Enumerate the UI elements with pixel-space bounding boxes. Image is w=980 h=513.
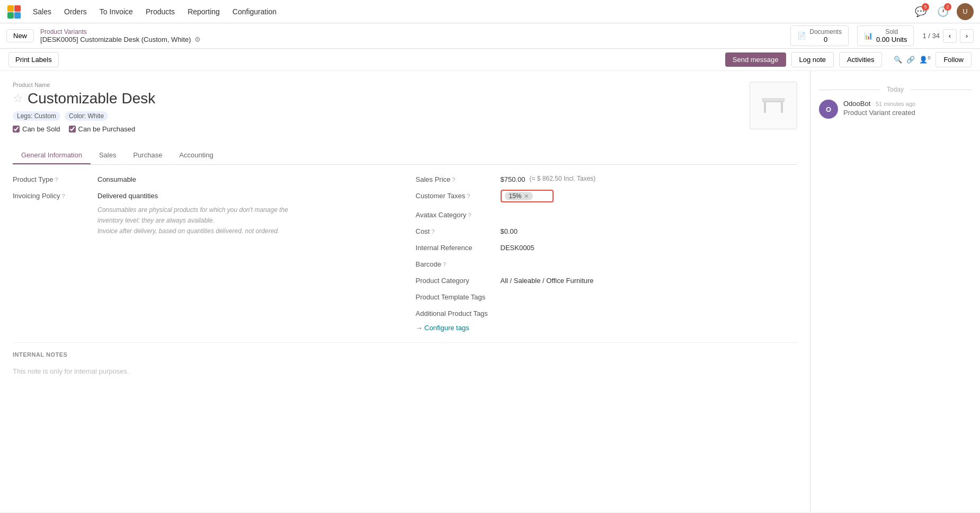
sales-price-help[interactable]: ? bbox=[452, 176, 455, 183]
breadcrumb-record-name: [DESK0005] Customizable Desk (Custom, Wh… bbox=[40, 36, 191, 43]
breadcrumb-bottom: [DESK0005] Customizable Desk (Custom, Wh… bbox=[40, 36, 201, 43]
messages-icon-btn[interactable]: 💬 5 bbox=[912, 3, 929, 20]
can-be-sold-checkbox[interactable]: Can be Sold bbox=[13, 125, 60, 133]
activities-badge: 2 bbox=[944, 3, 951, 11]
barcode-help[interactable]: ? bbox=[443, 261, 446, 268]
chat-message-content: OdooBot 51 minutes ago Product Variant c… bbox=[843, 100, 972, 119]
svg-rect-3 bbox=[14, 12, 21, 19]
internal-reference-field: Internal Reference DESK0005 bbox=[416, 242, 798, 252]
internal-reference-label: Internal Reference bbox=[416, 242, 501, 252]
svg-rect-7 bbox=[762, 98, 785, 101]
log-note-button[interactable]: Log note bbox=[791, 52, 834, 67]
form-tabs: General Information Sales Purchase Accou… bbox=[13, 147, 797, 165]
product-type-help[interactable]: ? bbox=[55, 176, 58, 183]
product-category-value[interactable]: All / Saleable / Office Furniture bbox=[501, 275, 594, 285]
tax-tag-close[interactable]: ✕ bbox=[524, 193, 529, 200]
tab-sales[interactable]: Sales bbox=[91, 147, 125, 164]
invoicing-policy-help[interactable]: ? bbox=[62, 193, 65, 199]
prev-button[interactable]: ‹ bbox=[943, 29, 957, 43]
tab-accounting[interactable]: Accounting bbox=[171, 147, 221, 164]
invoicing-policy-field: Invoicing Policy ? Delivered quantities bbox=[13, 190, 395, 200]
invoicing-policy-value[interactable]: Delivered quantities bbox=[97, 190, 158, 200]
pagination-text: 1 / 34 bbox=[922, 32, 940, 40]
consumable-note-3: Invoice after delivery, based on quantit… bbox=[97, 227, 395, 235]
additional-tags-field: Additional Product Tags bbox=[416, 307, 798, 317]
consumable-note-1: Consumables are physical products for wh… bbox=[97, 206, 395, 214]
app-logo[interactable] bbox=[6, 4, 21, 19]
breadcrumb-top[interactable]: Product Variants bbox=[40, 28, 201, 36]
tab-purchase[interactable]: Purchase bbox=[124, 147, 171, 164]
send-message-button[interactable]: Send message bbox=[725, 52, 786, 67]
product-image[interactable] bbox=[750, 82, 797, 129]
cost-value[interactable]: $0.00 bbox=[501, 225, 518, 235]
top-navigation: Sales Orders To Invoice Products Reporti… bbox=[0, 0, 980, 23]
search-icon[interactable]: 🔍 bbox=[894, 56, 902, 64]
favorite-star[interactable]: ☆ bbox=[13, 92, 23, 105]
chat-message: O OdooBot 51 minutes ago Product Variant… bbox=[819, 100, 972, 119]
sub-navigation: New Product Variants [DESK0005] Customiz… bbox=[0, 23, 980, 49]
chat-time: 51 minutes ago bbox=[876, 101, 915, 107]
invoicing-policy-label: Invoicing Policy ? bbox=[13, 190, 97, 200]
next-button[interactable]: › bbox=[960, 29, 974, 43]
cost-label: Cost ? bbox=[416, 225, 501, 235]
can-be-purchased-checkbox[interactable]: Can be Purchased bbox=[69, 125, 136, 133]
chat-text: Product Variant created bbox=[843, 109, 972, 117]
nav-configuration[interactable]: Configuration bbox=[227, 4, 282, 19]
sales-price-value[interactable]: $750.00 bbox=[501, 173, 525, 183]
nav-to-invoice[interactable]: To Invoice bbox=[94, 4, 138, 19]
cost-field: Cost ? $0.00 bbox=[416, 225, 798, 235]
internal-reference-value[interactable]: DESK0005 bbox=[501, 242, 534, 252]
tab-general-information[interactable]: General Information bbox=[13, 147, 91, 164]
activities-icon-btn[interactable]: 🕐 2 bbox=[934, 3, 951, 20]
action-bar: Print Labels Send message Log note Activ… bbox=[0, 49, 980, 71]
form-content: Product Type ? Consumable Invoicing Poli… bbox=[13, 173, 797, 332]
main-area: Product Name ☆ Customizable Desk Legs: C… bbox=[0, 71, 980, 512]
barcode-label: Barcode ? bbox=[416, 258, 501, 268]
cost-help[interactable]: ? bbox=[431, 228, 434, 235]
configure-tags-link[interactable]: → Configure tags bbox=[416, 324, 798, 332]
product-title-row: ☆ Customizable Desk bbox=[13, 90, 750, 107]
messages-badge: 5 bbox=[922, 3, 929, 11]
product-category-label: Product Category bbox=[416, 275, 501, 285]
customer-taxes-field: Customer Taxes ? 15% ✕ bbox=[416, 190, 798, 202]
nav-products[interactable]: Products bbox=[140, 4, 180, 19]
svg-rect-1 bbox=[14, 5, 21, 12]
product-name-section: Product Name ☆ Customizable Desk Legs: C… bbox=[13, 82, 750, 141]
product-name-label: Product Name bbox=[13, 82, 750, 88]
link-icon[interactable]: 🔗 bbox=[906, 56, 915, 64]
nav-orders[interactable]: Orders bbox=[59, 4, 92, 19]
sales-price-label: Sales Price ? bbox=[416, 173, 501, 183]
variant-tags: Legs: Custom Color: White bbox=[13, 111, 750, 121]
document-icon: 📄 bbox=[797, 32, 806, 40]
sold-chart-icon: 📊 bbox=[864, 32, 873, 40]
gear-icon[interactable]: ⚙ bbox=[194, 36, 201, 43]
documents-count: 0 bbox=[809, 36, 842, 43]
chat-message-header: OdooBot 51 minutes ago bbox=[843, 100, 972, 108]
legs-tag: Legs: Custom bbox=[13, 111, 60, 121]
nav-reporting[interactable]: Reporting bbox=[182, 4, 225, 19]
follow-button[interactable]: Follow bbox=[936, 52, 972, 67]
odoobot-avatar: O bbox=[819, 100, 838, 119]
user-icon[interactable]: 👤0 bbox=[919, 55, 930, 64]
sold-label: Sold bbox=[876, 28, 907, 36]
documents-button[interactable]: 📄 Documents 0 bbox=[790, 25, 849, 46]
new-button[interactable]: New bbox=[6, 29, 34, 42]
sales-price-field: Sales Price ? $750.00 (= $ 862.50 Incl. … bbox=[416, 173, 798, 183]
user-avatar[interactable]: U bbox=[957, 3, 974, 20]
tax-tag-15: 15% ✕ bbox=[505, 192, 533, 200]
avatax-category-label: Avatax Category ? bbox=[416, 209, 501, 219]
customer-taxes-input[interactable]: 15% ✕ bbox=[501, 190, 554, 202]
nav-sales[interactable]: Sales bbox=[28, 4, 57, 19]
svg-rect-5 bbox=[764, 102, 766, 113]
action-bar-icons: 🔍 🔗 👤0 bbox=[894, 55, 930, 64]
template-tags-field: Product Template Tags bbox=[416, 291, 798, 301]
activities-button[interactable]: Activities bbox=[839, 52, 882, 67]
sold-button[interactable]: 📊 Sold 0.00 Units bbox=[857, 25, 914, 46]
avatax-help[interactable]: ? bbox=[468, 212, 471, 218]
internal-notes-input[interactable]: This note is only for internal purposes. bbox=[13, 363, 797, 379]
product-name[interactable]: Customizable Desk bbox=[28, 90, 155, 107]
print-labels-button[interactable]: Print Labels bbox=[8, 52, 59, 67]
chat-area: Today O OdooBot 51 minutes ago Product V… bbox=[810, 71, 980, 512]
customer-taxes-help[interactable]: ? bbox=[467, 193, 470, 199]
product-type-value[interactable]: Consumable bbox=[97, 173, 136, 183]
